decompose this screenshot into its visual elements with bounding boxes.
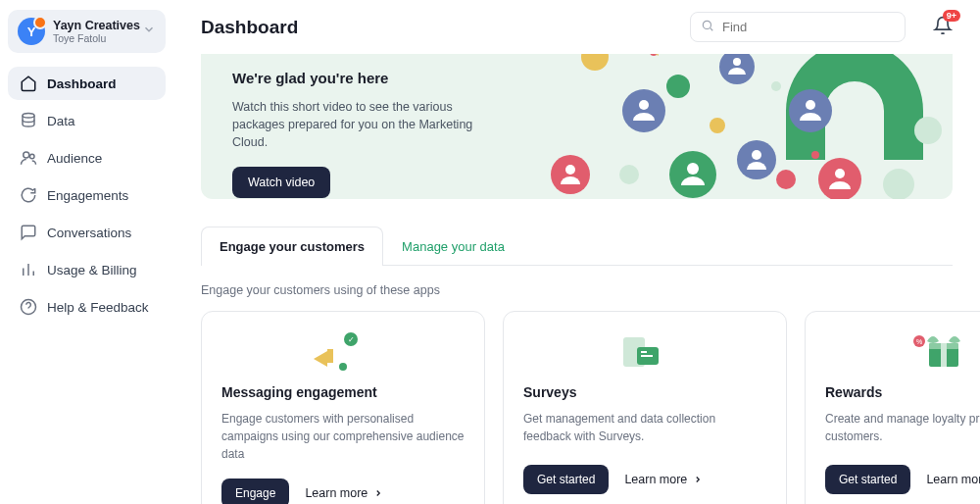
tabs: Engage your customers Manage your data — [201, 227, 953, 266]
notification-badge: 9+ — [943, 10, 960, 23]
learn-more-link[interactable]: Learn more — [926, 473, 980, 486]
database-icon — [20, 112, 37, 129]
tab-manage-data[interactable]: Manage your data — [383, 227, 523, 266]
card-surveys: Surveys Get management and data collecti… — [503, 311, 787, 504]
card-subtitle: Engage customers with personalised campa… — [221, 410, 465, 463]
svg-point-15 — [687, 163, 699, 175]
card-title: Messaging engagement — [221, 384, 465, 400]
sidebar-item-label: Audience — [47, 151, 102, 166]
org-selector[interactable]: Y Yayn Creatives Toye Fatolu — [8, 10, 166, 53]
sidebar-item-dashboard[interactable]: Dashboard — [8, 67, 166, 100]
sidebar: Y Yayn Creatives Toye Fatolu Dashboard D… — [0, 0, 173, 504]
svg-point-2 — [30, 154, 35, 159]
chevron-right-icon — [693, 475, 703, 484]
search-input-wrapper[interactable] — [690, 12, 906, 42]
learn-more-label: Learn more — [926, 473, 980, 486]
svg-point-13 — [639, 100, 649, 110]
chevron-right-icon — [373, 488, 383, 498]
learn-more-label: Learn more — [305, 486, 368, 500]
chart-icon — [20, 261, 37, 278]
svg-point-20 — [789, 89, 832, 132]
svg-point-24 — [581, 54, 609, 71]
svg-rect-40 — [641, 351, 647, 353]
svg-rect-46 — [941, 343, 947, 367]
sidebar-item-audience[interactable]: Audience — [8, 141, 166, 175]
get-started-button[interactable]: Get started — [523, 465, 609, 494]
cards-row: ✓ Messaging engagement Engage customers … — [201, 311, 953, 504]
sidebar-item-data[interactable]: Data — [8, 104, 166, 137]
chevron-down-icon — [142, 23, 156, 40]
search-input[interactable] — [722, 20, 895, 34]
home-icon — [20, 75, 37, 92]
sidebar-item-label: Usage & Billing — [47, 263, 137, 277]
svg-point-0 — [23, 114, 34, 119]
svg-point-23 — [835, 169, 845, 178]
svg-point-29 — [883, 169, 914, 199]
megaphone-icon: ✓ — [221, 329, 465, 373]
org-user: Toye Fatolu — [53, 32, 142, 44]
card-messaging: ✓ Messaging engagement Engage customers … — [201, 311, 485, 504]
card-subtitle: Create and manage loyalty programs for c… — [825, 410, 980, 449]
get-started-button[interactable]: Get started — [825, 465, 910, 494]
learn-more-link[interactable]: Learn more — [624, 473, 703, 486]
hero-illustration — [482, 54, 953, 199]
svg-point-12 — [622, 89, 665, 132]
svg-text:%: % — [916, 338, 922, 345]
svg-rect-36 — [327, 349, 333, 363]
svg-point-31 — [811, 151, 819, 159]
sidebar-item-label: Help & Feedback — [47, 300, 149, 315]
org-name: Yayn Creatives — [53, 19, 142, 32]
card-title: Surveys — [523, 384, 766, 400]
svg-point-21 — [806, 100, 815, 110]
survey-icon — [523, 329, 766, 373]
engage-button[interactable]: Engage — [221, 479, 289, 504]
learn-more-link[interactable]: Learn more — [305, 486, 383, 500]
svg-rect-41 — [641, 355, 653, 357]
sidebar-item-engagements[interactable]: Engagements — [8, 178, 166, 212]
svg-point-25 — [666, 75, 690, 98]
sidebar-item-billing[interactable]: Usage & Billing — [8, 253, 166, 286]
svg-point-17 — [733, 58, 741, 66]
svg-point-19 — [752, 150, 761, 160]
sidebar-item-conversations[interactable]: Conversations — [8, 216, 166, 249]
card-title: Rewards — [825, 384, 980, 400]
learn-more-label: Learn more — [624, 473, 687, 486]
gift-icon: % — [825, 329, 980, 373]
sidebar-item-help[interactable]: Help & Feedback — [8, 290, 166, 324]
avatar: Y — [18, 18, 45, 45]
engagement-icon — [20, 186, 37, 204]
sidebar-item-label: Data — [47, 114, 75, 128]
svg-point-11 — [565, 165, 575, 175]
main: Dashboard 9+ We're glad you're here Watc… — [173, 0, 980, 504]
notifications-button[interactable]: 9+ — [933, 16, 953, 39]
sidebar-item-label: Conversations — [47, 226, 131, 240]
users-icon — [20, 149, 37, 167]
chat-icon — [20, 224, 37, 241]
svg-point-28 — [619, 165, 639, 184]
svg-point-33 — [771, 81, 781, 91]
hero-subtitle: Watch this short video to see the variou… — [232, 98, 477, 151]
svg-point-1 — [24, 152, 29, 158]
svg-point-26 — [776, 170, 796, 189]
tab-engage[interactable]: Engage your customers — [201, 227, 383, 266]
svg-point-27 — [710, 118, 725, 133]
watch-video-button[interactable]: Watch video — [232, 167, 330, 198]
card-rewards: % Rewards Create and manage loyalty prog… — [805, 311, 980, 504]
sidebar-item-label: Dashboard — [47, 76, 117, 91]
tab-description: Engage your customers using of these app… — [201, 283, 953, 297]
svg-point-8 — [703, 21, 710, 28]
svg-line-9 — [710, 28, 713, 31]
svg-point-30 — [914, 117, 942, 144]
help-icon — [20, 298, 37, 316]
search-icon — [701, 19, 714, 35]
hero-banner: We're glad you're here Watch this short … — [201, 54, 953, 199]
card-subtitle: Get management and data collection feedb… — [523, 410, 766, 449]
svg-text:✓: ✓ — [348, 335, 355, 344]
topbar: Dashboard 9+ — [173, 0, 980, 54]
sidebar-item-label: Engagements — [47, 188, 128, 203]
svg-point-37 — [339, 363, 347, 371]
page-title: Dashboard — [201, 17, 298, 38]
